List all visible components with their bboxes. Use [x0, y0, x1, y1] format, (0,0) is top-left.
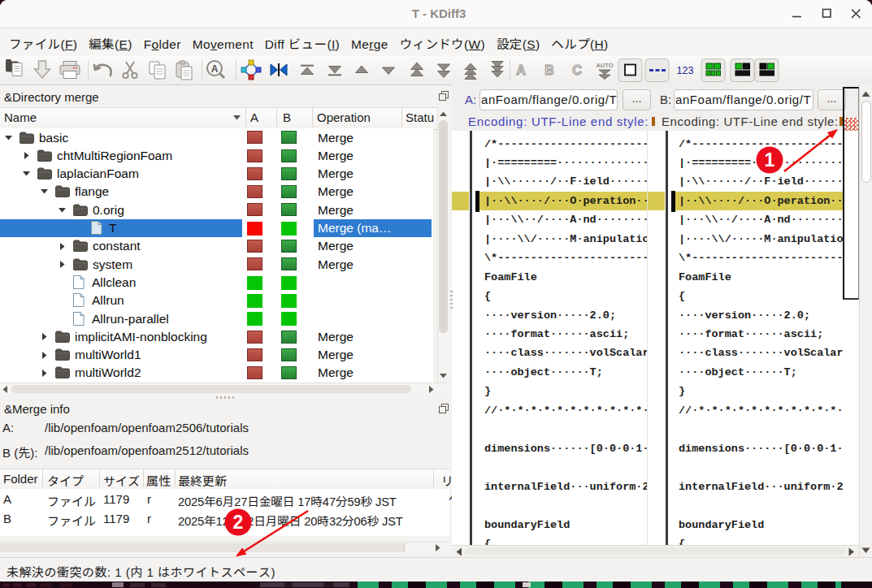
svg-text:1: 1 [765, 149, 775, 171]
svg-text:2: 2 [233, 512, 244, 533]
